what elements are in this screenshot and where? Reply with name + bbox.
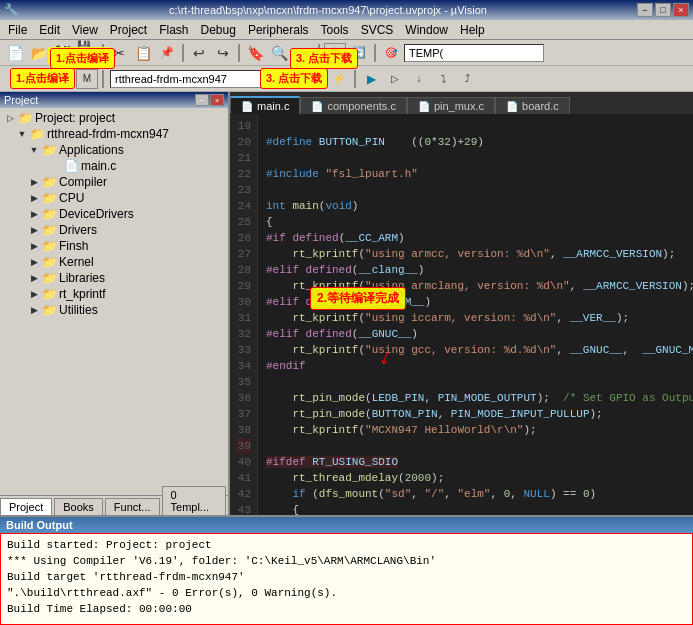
tree-compiler-expander[interactable]: ▶ (28, 176, 40, 188)
project-window-icon[interactable]: 📁 (4, 69, 26, 89)
tab-books[interactable]: Books (54, 498, 103, 515)
copy-icon[interactable]: 📋 (132, 43, 154, 63)
tree-utilities[interactable]: ▶ 📁 Utilities (0, 302, 228, 318)
step-icon[interactable]: ↓ (408, 69, 430, 89)
tree-rt-kprintf-expander[interactable]: ▶ (28, 288, 40, 300)
debug-start-icon[interactable]: ▶ (360, 69, 382, 89)
menu-view[interactable]: View (66, 21, 104, 39)
sep7 (298, 70, 300, 88)
tab-functions[interactable]: Funct... (105, 498, 160, 515)
close-button[interactable]: × (673, 3, 689, 17)
code-view[interactable]: 1920212223 2425262728 2930313233 3435363… (230, 114, 693, 515)
main-area: Project − × ▷ 📁 Project: project ▼ (0, 92, 693, 515)
menu-flash[interactable]: Flash (153, 21, 194, 39)
tree-rt-kprintf[interactable]: ▶ 📁 rt_kprintf (0, 286, 228, 302)
tree-compiler[interactable]: ▶ 📁 Compiler (0, 174, 228, 190)
tree-libraries[interactable]: ▶ 📁 Libraries (0, 270, 228, 286)
cut-icon[interactable]: ✂ (108, 43, 130, 63)
redo-icon[interactable]: ↪ (212, 43, 234, 63)
tree-kernel-expander[interactable]: ▶ (28, 256, 40, 268)
tree-cpu-expander[interactable]: ▶ (28, 192, 40, 204)
tree-main-c-label: main.c (81, 159, 116, 173)
menu-project[interactable]: Project (104, 21, 153, 39)
tree-project[interactable]: ▼ 📁 rtthread-frdm-mcxn947 (0, 126, 228, 142)
source-icon[interactable]: 📝 (52, 69, 74, 89)
tree-project-expander[interactable]: ▼ (16, 128, 28, 140)
dropdown-icon[interactable]: ▼ (272, 69, 294, 89)
tree-devicedrivers-expander[interactable]: ▶ (28, 208, 40, 220)
sep3 (238, 44, 240, 62)
tab-main-c[interactable]: 📄 main.c (230, 96, 300, 114)
tree-applications-label: Applications (59, 143, 124, 157)
tree-finsh-label: Finsh (59, 239, 88, 253)
rebuild-icon[interactable]: 🔄 (348, 43, 370, 63)
build-icon[interactable]: ⚙ (324, 43, 346, 63)
project-name-field[interactable]: rtthread-frdm-mcxn947 (110, 70, 270, 88)
tree-root-expander[interactable]: ▷ (4, 112, 16, 124)
project-header-controls: − × (195, 94, 224, 106)
build-output: Build Output Build started: Project: pro… (0, 515, 693, 625)
indent-icon[interactable]: ⇥ (292, 43, 314, 63)
tab-board-c-label: board.c (522, 100, 559, 112)
tree-utilities-icon: 📁 (41, 303, 57, 317)
project-panel-minimize[interactable]: − (195, 94, 209, 106)
tree-utilities-label: Utilities (59, 303, 98, 317)
tree-cpu-label: CPU (59, 191, 84, 205)
tree-applications[interactable]: ▼ 📁 Applications (0, 142, 228, 158)
menu-bar: File Edit View Project Flash Debug Perip… (0, 20, 693, 40)
minimize-button[interactable]: − (637, 3, 653, 17)
tree-main-c[interactable]: 📄 main.c (0, 158, 228, 174)
bookmark-icon[interactable]: 🔖 (244, 43, 266, 63)
build-header: Build Output (0, 517, 693, 533)
tree-finsh[interactable]: ▶ 📁 Finsh (0, 238, 228, 254)
step-over-icon[interactable]: ⤵ (432, 69, 454, 89)
tab-board-c[interactable]: 📄 board.c (495, 97, 570, 114)
save-icon[interactable]: 💾 (52, 43, 74, 63)
menu-debug[interactable]: Debug (195, 21, 242, 39)
tab-project[interactable]: Project (0, 498, 52, 515)
project-header-label: Project (4, 94, 38, 106)
tab-components-c[interactable]: 📄 components.c (300, 97, 406, 114)
tree-utilities-expander[interactable]: ▶ (28, 304, 40, 316)
tree-finsh-expander[interactable]: ▶ (28, 240, 40, 252)
tab-pin-mux-c-label: pin_mux.c (434, 100, 484, 112)
tab-main-c-icon: 📄 (241, 101, 253, 112)
run-icon[interactable]: ▷ (384, 69, 406, 89)
maximize-button[interactable]: □ (655, 3, 671, 17)
menu-help[interactable]: Help (454, 21, 491, 39)
new-file-icon[interactable]: 📄 (4, 43, 26, 63)
undo-icon[interactable]: ↩ (188, 43, 210, 63)
menu-window[interactable]: Window (399, 21, 454, 39)
save-all-icon[interactable]: 💾+ (76, 43, 98, 63)
menu-edit[interactable]: Edit (33, 21, 66, 39)
tab-pin-mux-c[interactable]: 📄 pin_mux.c (407, 97, 495, 114)
tree-drivers[interactable]: ▶ 📁 Drivers (0, 222, 228, 238)
tree-compiler-label: Compiler (59, 175, 107, 189)
open-icon[interactable]: 📂 (28, 43, 50, 63)
temp-field[interactable]: TEMP( (404, 44, 544, 62)
sep2 (182, 44, 184, 62)
load-icon[interactable]: ⬇ (304, 69, 326, 89)
menu-svcs[interactable]: SVCS (355, 21, 400, 39)
tree-kernel[interactable]: ▶ 📁 Kernel (0, 254, 228, 270)
tree-root[interactable]: ▷ 📁 Project: project (0, 110, 228, 126)
target-icon[interactable]: 🎯 (380, 43, 402, 63)
code-content: #define BUTTON_PIN ((0*32)+29) #include … (258, 114, 693, 515)
step-out-icon[interactable]: ⤴ (456, 69, 478, 89)
mem-icon[interactable]: M (76, 69, 98, 89)
debug-window-icon[interactable]: 🐞 (28, 69, 50, 89)
flash-download-icon[interactable]: ⚡ (328, 69, 350, 89)
paste-icon[interactable]: 📌 (156, 43, 178, 63)
menu-peripherals[interactable]: Peripherals (242, 21, 315, 39)
tab-templates[interactable]: 0 Templ... (162, 486, 226, 515)
tree-drivers-label: Drivers (59, 223, 97, 237)
tree-devicedrivers[interactable]: ▶ 📁 DeviceDrivers (0, 206, 228, 222)
tree-drivers-expander[interactable]: ▶ (28, 224, 40, 236)
menu-tools[interactable]: Tools (315, 21, 355, 39)
menu-file[interactable]: File (2, 21, 33, 39)
tree-libraries-expander[interactable]: ▶ (28, 272, 40, 284)
search-icon[interactable]: 🔍 (268, 43, 290, 63)
tree-applications-expander[interactable]: ▼ (28, 144, 40, 156)
tree-cpu[interactable]: ▶ 📁 CPU (0, 190, 228, 206)
project-panel-close[interactable]: × (210, 94, 224, 106)
